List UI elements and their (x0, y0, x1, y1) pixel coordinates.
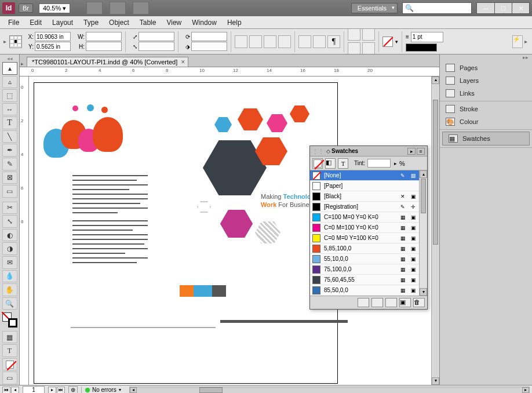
hand-tool[interactable]: ✋ (2, 283, 17, 296)
stroke-selector[interactable]: ◧ (325, 158, 336, 169)
page-field[interactable] (23, 386, 45, 393)
last-page-button[interactable]: ⏭ (57, 387, 65, 394)
swatch-row[interactable]: [Black]✕▣ (310, 191, 427, 202)
view-mode-button[interactable]: ▭ (2, 372, 17, 384)
gradient-feather-tool[interactable]: ◑ (2, 242, 17, 255)
menu-object[interactable]: Object (104, 17, 134, 28)
minimize-button[interactable]: — (477, 3, 494, 13)
workspace-dropdown[interactable]: Essentials (351, 3, 398, 13)
swatches-panel[interactable]: ⋮⋮ ◇ Swatches ▸ ≡ ◧ T Tint: ▸ % [None]✎▨… (309, 145, 428, 310)
y-field[interactable] (35, 42, 71, 51)
flip-v-button[interactable] (278, 35, 291, 48)
panel-colour[interactable]: 🎨Colour (440, 115, 532, 128)
panel-links[interactable]: Links (440, 87, 532, 100)
control-menu-icon[interactable]: ▸ (523, 38, 529, 45)
swatch-row[interactable]: [None]✎▨ (310, 170, 427, 181)
shear-field[interactable] (191, 42, 227, 51)
panel-collapse-icon[interactable]: ▸ (407, 148, 416, 155)
flip-h-button[interactable] (264, 35, 276, 48)
swatch-row[interactable]: C=0 M=0 Y=100 K=0▦▣ (310, 233, 427, 243)
w-field[interactable] (86, 32, 122, 41)
show-color-swatches-button[interactable] (371, 298, 383, 307)
show-all-swatches-button[interactable] (358, 298, 369, 307)
selection-tool[interactable]: ▴ (2, 62, 17, 75)
close-button[interactable]: ✕ (512, 3, 529, 13)
vertical-scrollbar[interactable]: ▴ ▾ (431, 77, 439, 385)
pen-tool[interactable]: ✒ (2, 144, 17, 157)
paragraph-style-icon[interactable]: ¶ (327, 35, 340, 48)
panel-layers[interactable]: Layers (440, 74, 532, 87)
formatting-text-button[interactable]: T (2, 344, 17, 357)
wrap-bbox-button[interactable] (362, 29, 375, 41)
maximize-button[interactable]: ☐ (494, 3, 512, 13)
horizontal-ruler[interactable]: 0 2 4 6 8 10 12 14 16 18 20 (20, 67, 439, 77)
tint-stepper-icon[interactable]: ▸ (394, 161, 397, 166)
menu-file[interactable]: File (3, 17, 24, 28)
x-field[interactable] (35, 32, 71, 41)
panel-swatches[interactable]: ▦Swatches (442, 132, 530, 145)
rectangle-frame-tool[interactable]: ⊠ (2, 172, 17, 184)
select-content-button[interactable] (313, 35, 326, 48)
quick-apply-button[interactable]: ⚡ (512, 35, 523, 48)
h-field[interactable] (86, 42, 122, 51)
panel-stroke[interactable]: Stroke (440, 103, 532, 115)
free-transform-tool[interactable]: ⤡ (2, 215, 17, 228)
prev-page-button[interactable]: ◂ (11, 387, 19, 394)
gap-tool[interactable]: ↔ (2, 103, 17, 116)
note-tool[interactable]: ✉ (2, 256, 17, 269)
swatches-header[interactable]: ⋮⋮ ◇ Swatches ▸ ≡ (310, 146, 427, 157)
rotate-cw-button[interactable] (249, 35, 262, 48)
swatch-row[interactable]: C=100 M=0 Y=0 K=0▦▣ (310, 212, 427, 223)
panel-pages[interactable]: Pages (440, 61, 532, 74)
menu-window[interactable]: Window (187, 17, 221, 28)
tabs-collapse-icon[interactable]: ▸ (20, 61, 24, 67)
horizontal-scrollbar[interactable]: ◂ ▸ (129, 387, 530, 394)
tint-field[interactable] (367, 159, 391, 168)
wrap-none-button[interactable] (348, 29, 360, 41)
pencil-tool[interactable]: ✎ (2, 158, 17, 170)
zoom-tool[interactable]: 🔍 (2, 297, 17, 310)
page-dropdown-icon[interactable]: ⊕ (68, 386, 78, 393)
rotate-field[interactable] (191, 32, 227, 41)
menu-edit[interactable]: Edit (25, 17, 46, 28)
select-container-button[interactable] (298, 35, 311, 48)
line-tool[interactable]: ╲ (2, 130, 17, 143)
swatch-row[interactable]: 55,10,0,0▦▣ (310, 254, 427, 264)
toolbox-collapse-icon[interactable]: ◂◂ (7, 56, 13, 61)
fill-swatch[interactable] (382, 37, 393, 47)
apply-color-button[interactable]: ▦ (2, 331, 17, 344)
reference-point[interactable] (9, 35, 22, 48)
vertical-ruler[interactable]: 0 2 4 6 8 (20, 77, 29, 385)
menu-view[interactable]: View (162, 17, 186, 28)
arrange-documents-icon[interactable] (133, 2, 149, 14)
menu-layout[interactable]: Layout (48, 17, 78, 28)
swatch-row[interactable]: 75,100,0,0▦▣ (310, 264, 427, 275)
menu-help[interactable]: Help (223, 17, 246, 28)
page-tool[interactable]: ⬚ (2, 89, 17, 102)
fill-selector[interactable] (312, 158, 323, 169)
swatch-row[interactable]: [Registration]✎✛ (310, 202, 427, 212)
show-gradient-swatches-button[interactable] (385, 298, 397, 307)
document-tab[interactable]: *TC9980101-LAYOUT-PI1.indd @ 40% [Conver… (27, 57, 188, 67)
bridge-button[interactable]: Br (19, 3, 33, 13)
stroke-style-dropdown[interactable] (406, 43, 437, 52)
text-selector[interactable]: T (338, 158, 348, 169)
scale-x-field[interactable] (139, 32, 174, 41)
rotate-ccw-button[interactable] (235, 35, 247, 48)
wrap-jump-button[interactable] (362, 42, 375, 54)
screen-mode-icon[interactable] (110, 2, 126, 14)
dock-collapse-icon[interactable]: ▸▸ (440, 54, 532, 60)
gradient-swatch-tool[interactable]: ◐ (2, 229, 17, 242)
rectangle-tool[interactable]: ▭ (2, 185, 17, 198)
eyedropper-tool[interactable]: 💧 (2, 270, 17, 283)
next-page-button[interactable]: ▸ (48, 387, 56, 394)
first-page-button[interactable]: ⏮ (2, 387, 10, 394)
stroke-weight-field[interactable] (411, 32, 443, 42)
panel-menu-icon[interactable]: ≡ (417, 148, 425, 155)
scissors-tool[interactable]: ✂ (2, 202, 17, 214)
swatch-row[interactable]: C=0 M=100 Y=0 K=0▦▣ (310, 223, 427, 233)
swatch-row[interactable]: 5,85,100,0▦▣ (310, 243, 427, 254)
type-tool[interactable]: T (2, 117, 17, 129)
search-field[interactable]: 🔍 (402, 2, 472, 14)
scale-y-field[interactable] (139, 42, 174, 51)
